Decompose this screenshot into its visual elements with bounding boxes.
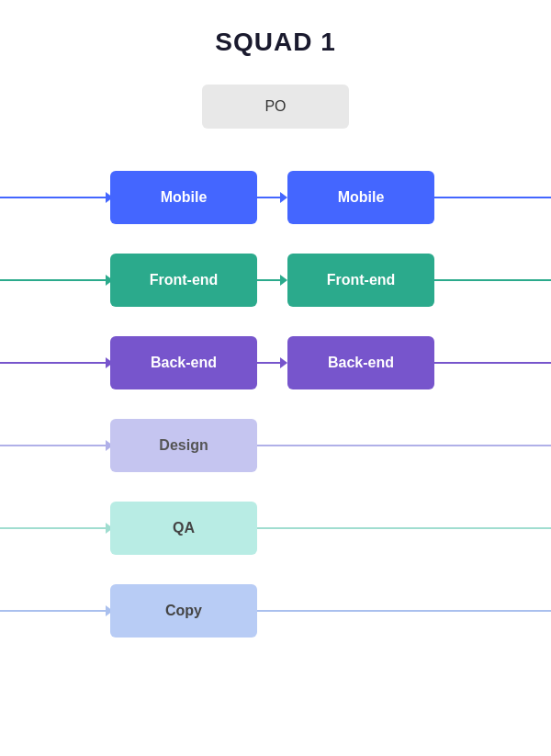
page: SQUAD 1 PO Mobile Mobile Front-end xyxy=(0,0,551,756)
frontend-node1[interactable]: Front-end xyxy=(110,254,257,307)
row-qa: QA xyxy=(0,496,551,560)
design-node1[interactable]: Design xyxy=(110,419,257,472)
frontend-line-right xyxy=(434,279,551,281)
copy-node1[interactable]: Copy xyxy=(110,584,257,638)
frontend-arrow2 xyxy=(280,275,287,286)
qa-line-right xyxy=(257,527,551,529)
mobile-node2[interactable]: Mobile xyxy=(287,171,434,224)
po-box: PO xyxy=(202,85,349,129)
copy-line-left xyxy=(0,610,110,612)
page-title: SQUAD 1 xyxy=(215,28,335,57)
backend-node2[interactable]: Back-end xyxy=(287,336,434,389)
row-copy: Copy xyxy=(0,579,551,643)
design-line-right xyxy=(257,445,551,446)
frontend-line-left xyxy=(0,279,110,281)
mobile-arrow2 xyxy=(280,192,287,203)
po-label: PO xyxy=(264,98,286,115)
copy-line-right xyxy=(257,610,551,612)
row-design: Design xyxy=(0,413,551,478)
qa-line-left xyxy=(0,527,110,529)
mobile-line-right xyxy=(434,197,551,198)
rows-container: Mobile Mobile Front-end Front-end xyxy=(0,165,551,661)
backend-line-right xyxy=(434,362,551,364)
row-backend: Back-end Back-end xyxy=(0,331,551,395)
backend-line-left xyxy=(0,362,110,364)
mobile-node1[interactable]: Mobile xyxy=(110,171,257,224)
design-line-left xyxy=(0,445,110,446)
mobile-line-left xyxy=(0,197,110,198)
backend-node1[interactable]: Back-end xyxy=(110,336,257,389)
backend-arrow2 xyxy=(280,357,287,368)
frontend-node2[interactable]: Front-end xyxy=(287,254,434,307)
row-mobile: Mobile Mobile xyxy=(0,165,551,230)
qa-node1[interactable]: QA xyxy=(110,502,257,555)
row-frontend: Front-end Front-end xyxy=(0,248,551,312)
